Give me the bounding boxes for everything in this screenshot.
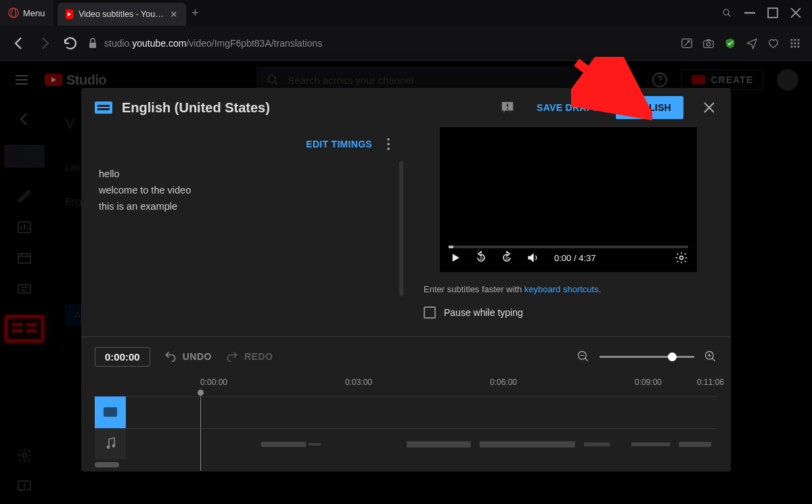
keyboard-shortcuts-link[interactable]: keyboard shortcuts	[524, 284, 599, 294]
svg-rect-7	[704, 41, 713, 47]
svg-point-0	[9, 8, 18, 18]
play-icon[interactable]	[449, 251, 462, 265]
svg-point-30	[387, 138, 390, 141]
heart-icon[interactable]	[767, 37, 780, 49]
window-close-icon[interactable]	[790, 7, 801, 18]
tab-close-icon[interactable]	[170, 9, 178, 19]
url-bar: studio.youtube.com/video/ImgF6pbt83A/tra…	[0, 26, 812, 61]
send-icon[interactable]	[746, 37, 758, 49]
pause-while-typing-label: Pause while typing	[444, 307, 523, 318]
svg-rect-42	[407, 441, 471, 447]
subtitle-text-input[interactable]: hello welcome to the video this is an ex…	[81, 161, 406, 336]
svg-rect-15	[791, 45, 793, 47]
svg-rect-17	[798, 45, 800, 47]
svg-point-8	[706, 42, 710, 45]
svg-point-1	[12, 9, 16, 18]
svg-rect-9	[791, 39, 793, 41]
tab-title: Video subtitles - YouTube S	[78, 9, 164, 19]
nav-reload-button[interactable]	[62, 35, 78, 51]
svg-rect-11	[798, 39, 800, 41]
save-draft-button[interactable]: SAVE DRAFT	[537, 102, 598, 113]
svg-point-39	[112, 444, 116, 447]
svg-rect-12	[791, 42, 793, 44]
player-time: 0:00 / 4:37	[554, 253, 595, 263]
browser-search-icon[interactable]	[721, 7, 732, 18]
svg-text:10: 10	[480, 256, 484, 260]
svg-text:10: 10	[505, 256, 510, 260]
svg-point-31	[387, 143, 390, 145]
lock-icon	[88, 38, 97, 49]
more-options-icon[interactable]	[380, 136, 397, 152]
opera-menu-button[interactable]: Menu	[0, 0, 53, 26]
svg-point-2	[723, 9, 729, 15]
subtitle-track-label[interactable]	[95, 396, 126, 428]
forward-10-icon[interactable]: 10	[500, 251, 514, 265]
audio-track-icon	[105, 437, 116, 451]
svg-rect-16	[794, 45, 796, 47]
shield-icon[interactable]	[724, 37, 736, 49]
edit-timings-button[interactable]: EDIT TIMINGS	[306, 139, 372, 150]
menu-label: Menu	[23, 8, 45, 18]
window-maximize-icon[interactable]	[767, 7, 778, 18]
easy-setup-icon[interactable]	[789, 37, 801, 49]
svg-rect-43	[480, 441, 574, 447]
report-feedback-icon[interactable]	[500, 100, 515, 115]
svg-rect-40	[261, 442, 305, 446]
close-modal-button[interactable]	[701, 99, 717, 116]
rewind-10-icon[interactable]: 10	[474, 251, 488, 265]
timeline: 0:00:00 UNDO REDO 0:00:00 0:03:00 0:06:0…	[81, 336, 731, 472]
browser-tab[interactable]: Video subtitles - YouTube S	[58, 3, 186, 26]
nav-forward-button	[37, 35, 53, 51]
svg-rect-46	[679, 442, 711, 446]
captions-icon	[95, 101, 112, 114]
svg-rect-5	[89, 43, 96, 48]
svg-rect-4	[768, 8, 777, 18]
subtitle-scrollbar[interactable]	[399, 161, 403, 296]
svg-rect-44	[585, 442, 610, 446]
redo-button[interactable]: REDO	[225, 350, 273, 363]
audio-track-label[interactable]	[95, 428, 126, 460]
url-text[interactable]: studio.youtube.com/video/ImgF6pbt83A/tra…	[88, 38, 671, 49]
timeline-scrollbar[interactable]	[95, 462, 717, 467]
video-player[interactable]: 10 10 0:00 / 4:37	[440, 127, 697, 272]
timeline-ruler[interactable]: 0:00:00 0:03:00 0:06:00 0:09:00 0:11:06	[95, 377, 717, 396]
svg-rect-10	[794, 39, 796, 41]
timeline-current-time[interactable]: 0:00:00	[95, 347, 150, 367]
publish-button[interactable]: PUBLISH	[616, 96, 683, 119]
undo-button[interactable]: UNDO	[164, 350, 212, 363]
player-settings-icon[interactable]	[675, 251, 688, 265]
modal-language-title: English (United States)	[122, 100, 270, 116]
window-minimize-icon[interactable]	[744, 7, 755, 18]
subtitle-track[interactable]	[126, 396, 717, 428]
new-tab-button[interactable]: +	[186, 0, 205, 26]
svg-point-29	[507, 108, 508, 110]
youtube-favicon-icon	[66, 9, 74, 19]
svg-point-32	[387, 147, 390, 150]
svg-point-35	[680, 256, 683, 260]
pause-while-typing-checkbox[interactable]	[424, 306, 436, 319]
audio-track[interactable]	[126, 428, 717, 460]
subtitle-track-icon	[104, 407, 117, 417]
snapshot-icon[interactable]	[681, 37, 693, 49]
zoom-out-icon[interactable]	[577, 350, 590, 363]
svg-rect-14	[798, 42, 800, 44]
svg-point-38	[107, 445, 110, 449]
zoom-slider[interactable]	[600, 356, 694, 358]
zoom-in-icon[interactable]	[704, 350, 717, 363]
svg-rect-3	[744, 12, 755, 14]
nav-back-button[interactable]	[11, 35, 27, 51]
subtitle-editor-modal: English (United States) SAVE DRAFT PUBLI…	[81, 88, 731, 472]
svg-rect-13	[794, 42, 796, 44]
keyboard-shortcuts-tip: Enter subtitles faster with keyboard sho…	[424, 284, 713, 294]
svg-rect-41	[309, 443, 321, 446]
svg-rect-45	[632, 442, 670, 446]
camera-icon[interactable]	[702, 37, 715, 49]
volume-icon[interactable]	[526, 251, 539, 265]
